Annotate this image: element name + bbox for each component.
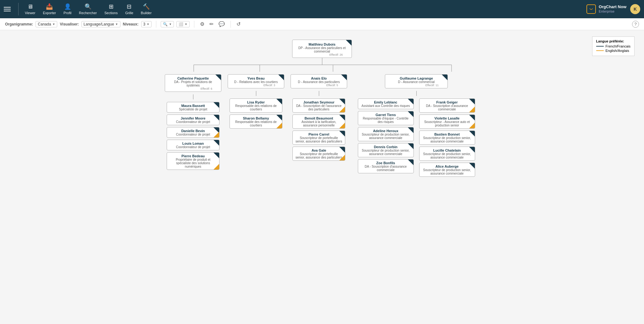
chart-wrapper: Matthieu Dubois DP - Assurance des parti… xyxy=(0,30,644,196)
legend-box: Langue préférée: French/Francais English… xyxy=(592,36,635,56)
brand-logo: OrgChart Now Enterprise xyxy=(586,4,626,14)
nav-sections[interactable]: ⊞ Sections xyxy=(101,2,121,16)
profil-icon: 👤 xyxy=(64,3,71,10)
header-divider xyxy=(18,3,19,15)
viewer-icon: 🖥 xyxy=(27,3,33,10)
card-violette[interactable]: Violette Lasalle Souscripteur - Assuranc… xyxy=(419,115,475,129)
col-catherine: Catherine Paquette DA - Projets et solut… xyxy=(165,65,221,177)
toolbar: Organigramme: Canada ▼ Visualiser: Langu… xyxy=(0,18,644,30)
orgchart-logo-icon xyxy=(586,4,596,14)
l2-children: Catherine Paquette DA - Projets et solut… xyxy=(165,65,479,177)
brand-text: OrgChart Now Enterprise xyxy=(599,4,626,14)
card-dennis[interactable]: Dennis Corbin Souscripteur de production… xyxy=(358,143,414,157)
svg-rect-0 xyxy=(587,5,596,14)
main-canvas: Langue préférée: French/Francais English… xyxy=(0,30,644,324)
grille-icon: ⊟ xyxy=(127,3,131,10)
lang-caret: ▼ xyxy=(115,23,118,26)
builder-icon: 🔨 xyxy=(143,3,150,10)
visualiser-label: Visualiser: xyxy=(60,22,79,26)
l2-layout: Catherine Paquette DA - Projets et solut… xyxy=(165,65,479,177)
header-right: OrgChart Now Enterprise K xyxy=(586,4,640,14)
niveaux-caret: ▼ xyxy=(147,23,149,26)
zoom-dropdown[interactable]: 🔍 ▼ xyxy=(161,21,174,27)
svg-rect-3 xyxy=(590,10,592,12)
card-ava[interactable]: Ava Gale Souscripteur de portefeuille se… xyxy=(292,147,345,161)
svg-rect-1 xyxy=(589,7,591,8)
l3-col2: Jonathan Seymour DA - Souscription de l'… xyxy=(292,98,345,161)
card-l2-3[interactable]: Guillaume Lagrange D - Assurance commerc… xyxy=(385,74,448,88)
card-pierre-bedeau[interactable]: Pierre Bedeau Propriétaire de produit et… xyxy=(167,152,219,170)
l3-col3-left: Emily Leblanc Assistant aux Contrôle des… xyxy=(357,98,415,177)
refresh-btn[interactable]: ↺ xyxy=(235,20,242,28)
legend-english: English/Anglais xyxy=(596,49,630,53)
l3-col3-right: Frank Geiger DA - Souscription d'assuran… xyxy=(418,98,476,177)
col-yves: Yves Beau D - Relations avec les courtie… xyxy=(228,65,284,177)
toolbar-sep3 xyxy=(230,21,231,28)
nav-rechercher[interactable]: 🔍 Rechercher xyxy=(75,2,101,16)
legend-title: Langue préférée: xyxy=(596,39,630,43)
nav-builder[interactable]: 🔨 Builder xyxy=(137,2,155,16)
nav-viewer[interactable]: 🖥 Viewer xyxy=(21,2,39,16)
shape-caret: ▼ xyxy=(185,23,187,26)
niveaux-label: Niveaux: xyxy=(123,22,139,26)
nav-grille[interactable]: ⊟ Grille xyxy=(121,2,137,16)
card-bastien[interactable]: Bastien Bonnet Souscripteur de productio… xyxy=(419,131,475,145)
rechercher-icon: 🔍 xyxy=(85,3,92,10)
sections-icon: ⊞ xyxy=(109,3,114,10)
bubble-btn[interactable]: 💬 xyxy=(217,20,226,28)
card-jonathan[interactable]: Jonathan Seymour DA - Souscription de l'… xyxy=(292,98,345,113)
card-adeline[interactable]: Adeline Heroux Souscripteur de productio… xyxy=(358,127,414,141)
user-avatar[interactable]: K xyxy=(630,4,640,14)
pencil-btn[interactable]: ✏ xyxy=(208,20,215,28)
filter-btn[interactable]: ⚙ xyxy=(199,20,206,28)
card-maura[interactable]: Maura Bassett Spécialiste de projet xyxy=(167,102,219,113)
l3-col0: Maura Bassett Spécialiste de projet Jenn… xyxy=(167,102,219,170)
card-lisa[interactable]: Lisa Ryder Responsable des relations de … xyxy=(230,98,282,113)
shape-dropdown[interactable]: ⬜ ▼ xyxy=(176,21,190,27)
card-jennifer[interactable]: Jennifer Moore Coordonnateur de projet xyxy=(167,115,219,125)
legend-french: French/Francais xyxy=(596,44,630,48)
shape-icon: ⬜ xyxy=(179,22,183,26)
exporter-icon: 📥 xyxy=(46,3,53,10)
org-caret: ▼ xyxy=(52,23,55,26)
card-zoe[interactable]: Zoe Bonfils DA - Souscription d'assuranc… xyxy=(358,159,414,173)
card-l2-2[interactable]: Anais Elo D - Assurance des particuliers… xyxy=(291,74,347,88)
card-emily[interactable]: Emily Leblanc Assistant aux Contrôle des… xyxy=(358,98,414,109)
card-root[interactable]: Matthieu Dubois DP - Assurance des parti… xyxy=(292,40,352,58)
card-l2-1[interactable]: Yves Beau D - Relations avec les courtie… xyxy=(228,74,284,88)
col-guillaume: Guillaume Lagrange D - Assurance commerc… xyxy=(353,65,479,177)
help-button[interactable]: ? xyxy=(632,21,639,28)
nav-exporter[interactable]: 📥 Exporter xyxy=(39,2,60,16)
svg-line-4 xyxy=(590,8,591,10)
card-lucille[interactable]: Lucille Chatelain Souscripteur de produc… xyxy=(419,147,475,161)
card-louis[interactable]: Louis Loman Coordonnateur de projet xyxy=(167,140,219,150)
card-pierre-carrel[interactable]: Pierre Carrel Souscripteur de portefeuil… xyxy=(292,131,345,145)
legend-english-line xyxy=(596,50,604,51)
card-garret[interactable]: Garret Tiens Responsable d'équipe - Cont… xyxy=(358,111,414,125)
svg-rect-2 xyxy=(592,7,594,8)
card-alice[interactable]: Alice Auberge Souscripteur de production… xyxy=(419,163,475,177)
organigramme-label: Organigramme: xyxy=(5,22,33,26)
l3-col1: Lisa Ryder Responsable des relations de … xyxy=(230,98,282,129)
l3-col3: Emily Leblanc Assistant aux Contrôle des… xyxy=(357,98,476,177)
corner-tl xyxy=(346,40,352,46)
zoom-icon: 🔍 xyxy=(163,22,168,26)
niveaux-dropdown[interactable]: 3 ▼ xyxy=(141,21,152,27)
card-benoit[interactable]: Benoit Beaumont Assistant à la tarificat… xyxy=(292,115,345,129)
nav-profil[interactable]: 👤 Profil xyxy=(60,2,75,16)
col-anais: Anais Elo D - Assurance des particuliers… xyxy=(291,65,347,177)
toolbar-sep2 xyxy=(194,21,194,28)
org-dropdown[interactable]: Canada ▼ xyxy=(36,21,57,27)
card-sharon[interactable]: Sharon Bellamy Responsable des relations… xyxy=(230,115,282,129)
legend-french-line xyxy=(596,46,604,47)
card-frank[interactable]: Frank Geiger DA - Souscription d'assuran… xyxy=(419,98,475,113)
card-danielle[interactable]: Danielle Bevin Coordonnateur de projet xyxy=(167,127,219,138)
card-l2-0[interactable]: Catherine Paquette DA - Projets et solut… xyxy=(165,74,221,92)
svg-line-5 xyxy=(591,8,593,10)
menu-icon[interactable] xyxy=(4,7,11,11)
toolbar-sep1 xyxy=(156,21,156,28)
zoom-caret: ▼ xyxy=(169,23,172,26)
root-vline xyxy=(322,58,322,65)
lang-dropdown[interactable]: Language/Langue ▼ xyxy=(81,21,120,27)
header: 🖥 Viewer 📥 Exporter 👤 Profil 🔍 Recherche… xyxy=(0,0,644,18)
